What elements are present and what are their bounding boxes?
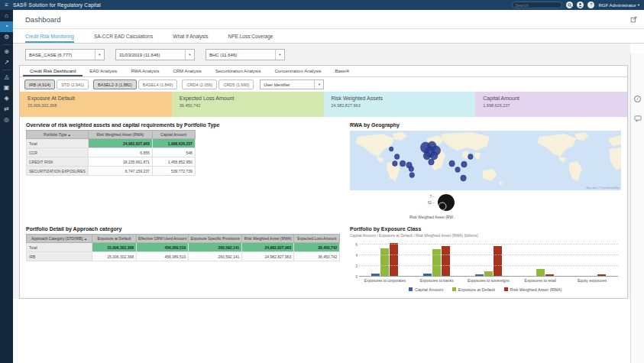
user-identifier-select[interactable]: User Identifier ▾ — [260, 79, 324, 89]
tab-what-if-analysis[interactable]: What If Analysis — [173, 34, 208, 43]
sidebar-item-models[interactable]: ◎ — [0, 115, 13, 125]
col-ead[interactable]: Exposure at Default — [92, 235, 137, 243]
help-icon[interactable]: ? — [587, 2, 594, 8]
kpi-exposure-at-default[interactable]: Exposure At Default 15,006,302,368 — [20, 92, 172, 117]
kpi-expected-loss-amount[interactable]: Expected Loss Amount 36,450,742 — [172, 92, 324, 117]
tab-credit-risk-monitoring[interactable]: Credit Risk Monitoring — [25, 34, 74, 43]
toggle-irb[interactable]: IRB (4,914) — [24, 79, 55, 89]
subtab-rwa-analysis[interactable]: RWA Analysis — [124, 69, 166, 76]
sidebar-item-trend[interactable]: ↗ — [0, 57, 13, 68]
toggle-basel2-3[interactable]: BASEL2-3 (1,882) — [93, 79, 137, 89]
geo-bubble[interactable] — [394, 154, 400, 160]
geo-bubble[interactable] — [455, 167, 461, 173]
tab-npe-loss-coverage[interactable]: NPE Loss Coverage — [228, 34, 273, 43]
sidebar-item-settings[interactable]: ⚙ — [0, 32, 13, 43]
toggle-crd5[interactable]: CRD5 (1,990) — [218, 79, 254, 89]
legend-label: Exposure at Default — [458, 287, 495, 292]
table-row[interactable]: IRB 15,006,302,368 456,089,510 260,592,1… — [27, 252, 340, 261]
geo-bubble[interactable] — [429, 159, 434, 165]
entity-select[interactable]: BHC (11,646) ▾ — [205, 49, 285, 60]
report-panel: Credit Risk Dashboard EAD Analysis RWA A… — [19, 65, 628, 299]
toggle-crd4[interactable]: CRD4 (2,056) — [182, 79, 217, 89]
search-icon[interactable] — [566, 2, 573, 8]
geo-bubble[interactable] — [389, 147, 393, 151]
table-header-row: Approach Category (STD/IRB) ▲ Exposure a… — [27, 235, 340, 243]
sidebar-item-tags[interactable]: ◈ — [0, 93, 13, 104]
column-label: Portfolio Type — [44, 132, 66, 137]
toggle-std[interactable]: STD (2,941) — [57, 79, 89, 89]
geo-bubble[interactable] — [431, 152, 438, 160]
table-row[interactable]: Total 15,006,302,368 456,089,510 260,592… — [27, 243, 340, 252]
sidebar-item-transfer[interactable]: ⇄ — [0, 104, 13, 115]
menu-icon[interactable]: ≡ — [0, 0, 13, 10]
cell: 18,235,661,871 — [88, 157, 152, 167]
bar-risk-weighted-asset-rwa-[interactable] — [442, 246, 450, 277]
comments-icon[interactable] — [634, 112, 642, 125]
geo-bubble[interactable] — [409, 173, 415, 178]
kpi-capital-amount[interactable]: Capital Amount 1,998,626,237 — [475, 92, 627, 117]
geo-bubble[interactable] — [393, 161, 398, 167]
col-portfolio-type[interactable]: Portfolio Type ▲ — [27, 131, 89, 139]
geo-bubble[interactable] — [461, 161, 467, 167]
bar-risk-weighted-asset-rwa-[interactable] — [494, 246, 502, 276]
col-expected-loss[interactable]: Expected Loss Amount — [294, 235, 340, 243]
geo-bubble[interactable] — [449, 160, 455, 167]
legend-item[interactable]: Capital Amount — [409, 287, 443, 292]
legend-item[interactable]: Risk Weighted Asset (RWA) — [504, 287, 562, 292]
kpi-value: 15,006,302,368 — [28, 103, 164, 108]
geo-bubble[interactable] — [423, 152, 430, 160]
user-icon[interactable] — [577, 2, 584, 8]
search-box[interactable] — [512, 2, 562, 8]
sidebar-item-globe[interactable]: ⊕ — [0, 47, 13, 57]
geo-bubble[interactable] — [400, 160, 405, 167]
cell: 1,998,626,237 — [152, 139, 195, 148]
subtab-basel4[interactable]: Basel4 — [328, 69, 355, 76]
col-rwa[interactable]: Risk Weighted Asset (RWA) — [88, 131, 152, 139]
export-icon[interactable] — [630, 16, 637, 23]
geo-bubble[interactable] — [461, 175, 466, 181]
col-capital-amount[interactable]: Capital Amount — [152, 131, 195, 139]
geo-bubble[interactable] — [468, 154, 474, 160]
sidebar-item-home[interactable]: ⌂ — [0, 11, 13, 21]
chevron-down-icon: ▾ — [314, 80, 323, 89]
table-row[interactable]: Total 24,982,827,963 1,998,626,237 — [27, 139, 196, 148]
world-map[interactable]: Map data © OpenStreetMap — [350, 131, 621, 190]
gridline — [359, 265, 618, 266]
table-row[interactable]: SECURITIZATION EXPOSURES 6,747,159,237 5… — [27, 167, 196, 176]
legend-item[interactable]: Exposure at Default — [452, 287, 495, 292]
subtab-securitization-analysis[interactable]: Securitization Analysis — [209, 69, 268, 76]
kpi-risk-weighted-assets[interactable]: Risk Weighted Assets 24,982,827,963 — [324, 92, 476, 117]
date-select[interactable]: 31/03/2019 (11,646) ▾ — [115, 49, 195, 60]
info-icon[interactable]: i — [634, 96, 641, 102]
legend-swatch — [409, 287, 413, 291]
bar-groups — [359, 241, 618, 277]
bar-exposure-at-default[interactable] — [432, 249, 441, 277]
scenario-select[interactable]: BASE_CASE (6,777) ▾ — [25, 49, 105, 60]
user-menu[interactable]: RGF Administrator ▾ — [598, 3, 639, 8]
bar-risk-weighted-asset-rwa-[interactable] — [390, 243, 398, 277]
sidebar-item-hierarchy[interactable]: ◬ — [0, 72, 13, 83]
geo-bubble[interactable] — [409, 167, 414, 172]
search-input[interactable] — [515, 3, 559, 8]
subtab-ead-analysis[interactable]: EAD Analysis — [83, 69, 124, 76]
table-row[interactable]: CREDIT RISK 18,235,661,871 1,458,852,950 — [27, 157, 196, 167]
col-provisions[interactable]: Exposure Specific Provisions — [189, 235, 242, 243]
cell: 548 — [152, 148, 195, 157]
sidebar-item-dashboard[interactable]: ◔ — [0, 21, 13, 32]
tab-sa-ccr-ead-calculations[interactable]: SA-CCR EAD Calculations — [94, 34, 153, 43]
subtab-crm-analysis[interactable]: CRM Analysis — [166, 69, 208, 76]
kpi-label: Exposure At Default — [28, 96, 164, 101]
col-rwa[interactable]: Risk Weighted Asset (RWA) — [242, 235, 294, 243]
chevron-down-icon: ▾ — [185, 50, 194, 60]
toggle-basel4[interactable]: BASEL4 (1,849) — [138, 79, 178, 89]
table-row[interactable]: CCR 6,855 548 — [27, 148, 196, 157]
date-select-value: 31/03/2019 (11,646) — [116, 50, 185, 60]
sidebar-item-reports[interactable]: ▣ — [0, 83, 13, 93]
col-approach-category[interactable]: Approach Category (STD/IRB) ▲ — [27, 235, 92, 243]
kpi-value: 36,450,742 — [180, 103, 316, 108]
subtab-concentration-analysis[interactable]: Concentration Analysis — [267, 69, 328, 76]
subtab-credit-risk-dashboard[interactable]: Credit Risk Dashboard — [23, 69, 83, 76]
bar-group — [514, 241, 566, 277]
bar-exposure-at-default[interactable] — [380, 248, 389, 277]
col-crm-used[interactable]: Effective CRM Used Amount — [137, 235, 189, 243]
